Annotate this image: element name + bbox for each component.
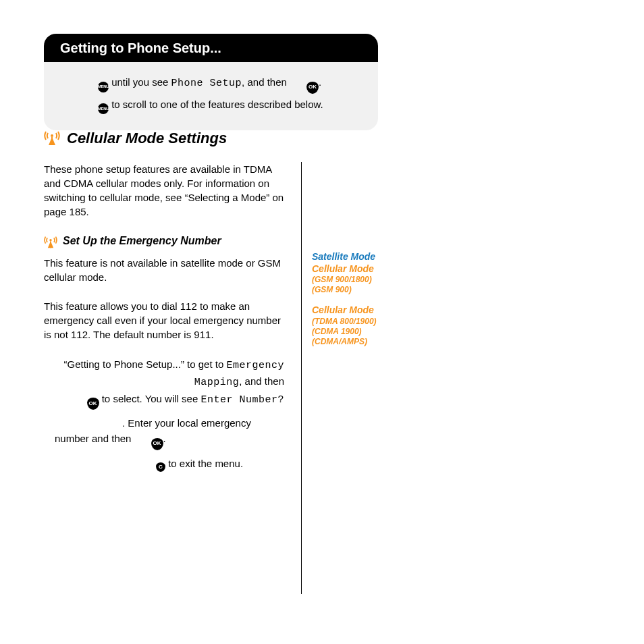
step1a: “Getting to Phone Setup...” to get to — [63, 358, 223, 370]
body-p2: This feature allows you to dial 112 to m… — [44, 299, 287, 342]
sub-heading-row: Set Up the Emergency Number — [44, 235, 287, 249]
mode-sidebar: Satellite Mode Cellular Mode (GSM 900/18… — [312, 251, 413, 347]
ok-icon: OK — [151, 438, 163, 450]
svg-marker-1 — [49, 137, 55, 145]
gb-row2: to scroll to one of the features describ… — [111, 99, 323, 110]
tdma: (TDMA 800/1900) — [312, 317, 413, 327]
gb-row1c: , and then — [242, 76, 287, 88]
svg-point-2 — [51, 134, 53, 137]
vertical-divider — [301, 162, 302, 594]
c-icon: C — [156, 462, 165, 472]
step2b: . — [163, 433, 166, 444]
antenna-icon — [44, 130, 60, 146]
menu-icon: MENU — [98, 82, 109, 92]
ok-icon: OK — [87, 398, 99, 410]
section-title: Cellular Mode Settings — [67, 130, 227, 147]
gsm-900-1800: (GSM 900/1800) — [312, 275, 413, 285]
cdma-1900: (CDMA 1900) — [312, 327, 413, 337]
svg-marker-4 — [48, 241, 53, 248]
step1e-lcd: Enter Number? — [200, 394, 284, 406]
body-p1: This feature is not available in satelli… — [44, 256, 287, 284]
antenna-icon — [44, 236, 57, 249]
gb-row1a: until you see — [111, 76, 168, 88]
ok-icon: OK — [306, 82, 319, 94]
cellular-mode-1: Cellular Mode — [312, 263, 413, 275]
sub-heading: Set Up the Emergency Number — [63, 235, 221, 247]
gb-row1-lcd: Phone Setup — [171, 78, 242, 89]
intro-paragraph: These phone setup features are available… — [44, 162, 287, 219]
step3: to exit the menu. — [168, 458, 243, 469]
satellite-mode: Satellite Mode — [312, 251, 413, 263]
step1c: , and then — [239, 375, 284, 387]
cellular-mode-2: Cellular Mode — [312, 304, 413, 317]
gb-row1d: . — [319, 76, 321, 88]
gsm-900: (GSM 900) — [312, 285, 413, 295]
cdma-amps: (CDMA/AMPS) — [312, 337, 413, 347]
steps-block: “Getting to Phone Setup...” to get to Em… — [44, 356, 287, 472]
svg-point-5 — [49, 239, 51, 241]
menu-icon: MENU — [98, 103, 109, 114]
header-title: Getting to Phone Setup... — [44, 34, 378, 64]
step1d: to select. You will see — [102, 393, 198, 404]
getting-to-box: MENU until you see Phone Setup, and then… — [44, 62, 378, 130]
section-title-row: Cellular Mode Settings — [44, 130, 227, 147]
